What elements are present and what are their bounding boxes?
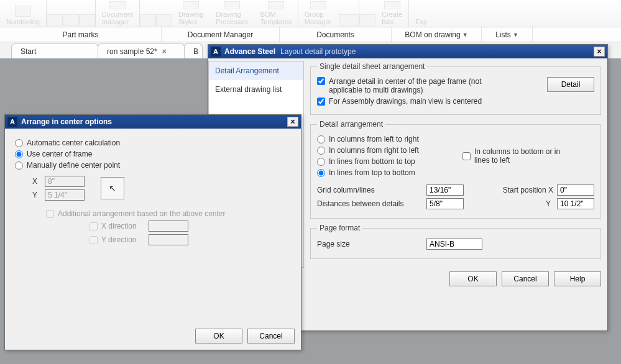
tool-icon <box>339 14 357 25</box>
create-lists-icon <box>384 1 400 9</box>
x-direction-input <box>149 221 188 232</box>
mode-cols-rtl-radio[interactable] <box>317 147 325 155</box>
detail-button[interactable]: Detail <box>547 77 594 92</box>
app-icon: A <box>7 117 17 127</box>
ribbon-btn[interactable] <box>79 0 95 27</box>
pick-point-button[interactable]: ↖ <box>101 177 124 199</box>
y-input[interactable] <box>557 198 594 209</box>
mode-auto-label: Automatic center calculation <box>27 139 120 147</box>
drawing-processes-icon <box>224 1 240 9</box>
mode-frame-radio[interactable] <box>15 150 23 158</box>
tool-icon <box>359 14 375 25</box>
ribbon-btn[interactable] <box>63 0 79 27</box>
close-button[interactable]: × <box>287 117 298 127</box>
tool-icon <box>156 14 172 25</box>
mode-cols-ltr-radio[interactable] <box>317 135 325 143</box>
ribbon: Numbering Document manager Drawing Style… <box>0 0 621 27</box>
group-single-sheet: Single detail sheet arrangement Arrange … <box>310 62 601 115</box>
ribbon-btn[interactable] <box>338 0 359 27</box>
chevron-down-icon: ▼ <box>513 32 518 38</box>
panel-bom-on-drawing[interactable]: BOM on drawing▼ <box>392 27 482 42</box>
ribbon-bom-templates[interactable]: BOM Templates <box>254 0 298 27</box>
ribbon-btn[interactable] <box>359 0 375 27</box>
group-legend: Detail arrangement <box>317 120 385 129</box>
x-direction-checkbox <box>90 222 98 230</box>
mode-manual-radio[interactable] <box>15 162 23 170</box>
invert-lines-label: In columns to bottom or in lines to left <box>474 147 561 165</box>
title-document: Layout detail prototype <box>280 47 356 56</box>
mode-lines-ttb-radio[interactable] <box>317 169 325 177</box>
ribbon-export[interactable]: Exp <box>409 0 433 27</box>
ribbon-drawing-processes[interactable]: Drawing Processes <box>209 0 254 27</box>
ribbon-btn[interactable] <box>156 0 172 27</box>
mode-lines-btt-radio[interactable] <box>317 158 325 166</box>
x-direction-label: X direction <box>101 222 145 230</box>
bom-templates-icon <box>268 1 284 9</box>
assembly-centered-checkbox[interactable] <box>317 98 325 106</box>
chevron-down-icon: ▼ <box>462 32 468 38</box>
ribbon-drawing-styles[interactable]: Drawing Styles <box>172 0 209 27</box>
assembly-centered-label: For Assembly drawings, main view is cent… <box>329 97 482 106</box>
ok-button[interactable]: OK <box>195 329 242 344</box>
group-legend: Page format <box>317 224 362 232</box>
startx-input[interactable] <box>557 184 594 196</box>
cancel-button[interactable]: Cancel <box>247 329 295 344</box>
mode-label: In columns from right to left <box>329 146 419 155</box>
ribbon-btn[interactable] <box>140 0 156 27</box>
panel-part-marks: Part marks <box>0 27 162 42</box>
additional-arrangement-checkbox <box>46 210 54 218</box>
tab-b[interactable]: B <box>184 43 203 58</box>
group-page-format: Page format Page size <box>310 224 601 259</box>
ribbon-numbering[interactable]: Numbering <box>0 0 46 27</box>
ribbon-create-lists[interactable]: Create lists <box>375 0 408 27</box>
mode-label: In columns from left to right <box>329 135 419 143</box>
grid-input[interactable] <box>426 184 464 196</box>
page-size-input[interactable] <box>426 239 482 250</box>
grid-label: Grid column/lines <box>317 186 423 194</box>
y-direction-checkbox <box>90 236 98 244</box>
mode-label: In lines from bottom to top <box>329 157 415 166</box>
mode-label: In lines from top to bottom <box>329 168 415 177</box>
x-input[interactable] <box>45 176 85 187</box>
tab-start[interactable]: Start <box>11 43 98 58</box>
help-button[interactable]: Help <box>554 271 601 286</box>
ribbon-btn[interactable] <box>47 0 63 27</box>
tool-icon <box>140 14 156 25</box>
dialog-titlebar[interactable]: A Advance Steel Layout detail prototype … <box>208 45 607 58</box>
tool-icon <box>79 14 95 25</box>
close-button[interactable]: × <box>594 47 605 57</box>
numbering-icon <box>15 6 31 17</box>
page-size-label: Page size <box>317 240 423 248</box>
center-detail-label: Arrange detail in center of the page fra… <box>329 77 509 94</box>
nav-external-drawing-list[interactable]: External drawing list <box>209 80 303 99</box>
invert-lines-checkbox[interactable] <box>462 152 471 160</box>
ribbon-panel-labels: Part marks Document Manager Documents BO… <box>0 27 621 42</box>
dist-input[interactable] <box>426 198 464 209</box>
panel-lists[interactable]: Lists▼ <box>482 27 533 42</box>
close-icon[interactable]: × <box>162 47 167 56</box>
y-direction-label: Y direction <box>101 235 145 244</box>
dialog-titlebar[interactable]: A Arrange in center options × <box>5 115 301 129</box>
cancel-button[interactable]: Cancel <box>502 271 549 286</box>
tab-ron-sample[interactable]: ron sample 52*× <box>98 43 185 58</box>
panel-documents: Documents <box>280 27 392 42</box>
arrange-center-dialog: A Arrange in center options × Automatic … <box>4 114 301 350</box>
panel-document-manager: Document Manager <box>162 27 280 42</box>
title-app: Advance Steel <box>224 47 275 56</box>
group-detail-arrangement: Detail arrangement In columns from left … <box>310 120 601 219</box>
cursor-icon: ↖ <box>109 183 116 193</box>
ribbon-document-manager[interactable]: Document manager <box>96 0 139 27</box>
y-direction-input <box>149 234 188 245</box>
dist-label: Distances between details <box>317 199 423 208</box>
ok-button[interactable]: OK <box>449 271 497 286</box>
group-manager-icon <box>310 1 326 9</box>
startx-label: Start position X <box>503 186 553 194</box>
ribbon-group-manager[interactable]: Group Manager <box>298 0 338 27</box>
mode-frame-label: Use center of frame <box>27 150 92 158</box>
nav-detail-arrangement[interactable]: Detail Arrangement <box>209 61 303 80</box>
center-detail-checkbox[interactable] <box>317 77 325 85</box>
dialog-title: Arrange in center options <box>21 117 112 126</box>
group-legend: Single detail sheet arrangement <box>317 62 427 71</box>
y-input[interactable] <box>45 189 85 201</box>
mode-auto-radio[interactable] <box>15 139 23 147</box>
